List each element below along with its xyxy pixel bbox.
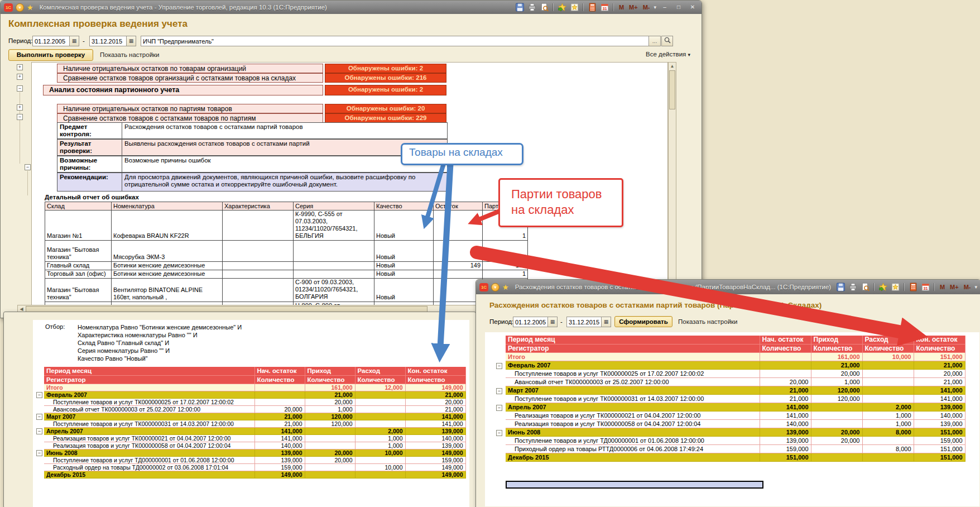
- system-menu-button[interactable]: ▾: [491, 283, 499, 291]
- vertical-scrollbar[interactable]: ▲ ▼: [668, 62, 676, 305]
- print-preview-icon[interactable]: [861, 283, 870, 291]
- quantity-cell[interactable]: 21,000: [914, 361, 965, 369]
- column-header[interactable]: Регистратор: [44, 375, 254, 384]
- report-row-doc[interactable]: Поступление товаров и услуг ТК000000031 …: [44, 420, 465, 427]
- report-row-group[interactable]: Июнь 2008139,00020,0008,000151,000: [506, 428, 965, 436]
- period-to-input[interactable]: 31.12.2015 ▦: [89, 36, 136, 46]
- quantity-cell[interactable]: 140,000: [914, 411, 965, 419]
- row-label[interactable]: Реализация товаров и услуг ТК000000058 о…: [506, 419, 760, 428]
- quantity-cell[interactable]: [355, 413, 405, 420]
- quantity-cell[interactable]: 159,000: [760, 444, 811, 453]
- quantity-cell[interactable]: 151,000: [914, 444, 965, 453]
- quantity-cell[interactable]: 149,000: [405, 384, 465, 391]
- quantity-cell[interactable]: [305, 427, 355, 434]
- error-row[interactable]: Главный складБотинки женские демисезонны…: [45, 262, 528, 270]
- column-header[interactable]: Количество: [305, 375, 355, 384]
- error-cell[interactable]: К-9990, С-555 от 07.03.2003, 11234/11020…: [294, 211, 374, 241]
- quantity-cell[interactable]: 10,000: [862, 352, 914, 361]
- quantity-cell[interactable]: 141,000: [405, 420, 465, 427]
- row-label[interactable]: Поступление товаров и услуг ТК000000025 …: [44, 398, 254, 405]
- report-row-group[interactable]: Март 200721,000120,000141,000: [44, 413, 465, 420]
- show-settings-link[interactable]: Показать настройки: [678, 318, 738, 325]
- error-cell[interactable]: Ботинки женские демисезонные: [112, 262, 223, 270]
- print-icon[interactable]: [848, 283, 858, 291]
- report-row-doc[interactable]: Поступление товаров и услуг ТК000000031 …: [506, 394, 965, 403]
- row-label[interactable]: Февраль 2007: [44, 391, 254, 398]
- quantity-cell[interactable]: 120,000: [811, 386, 862, 394]
- memory-add-button[interactable]: M+: [628, 4, 639, 11]
- chevron-down-icon[interactable]: ▾: [974, 284, 977, 290]
- collapse-toggle[interactable]: [36, 392, 42, 398]
- row-label[interactable]: Расходный ордер на товары ТД00000002 от …: [44, 463, 254, 471]
- quantity-cell[interactable]: 161,000: [811, 352, 862, 361]
- report-row-doc[interactable]: Авансовый отчет ТК000000003 от 25.02.200…: [506, 377, 965, 386]
- row-label[interactable]: Реализация товаров и услуг ТК000000058 о…: [44, 442, 254, 449]
- column-header[interactable]: Нач. остаток: [760, 336, 811, 344]
- quantity-cell[interactable]: 159,000: [254, 463, 305, 471]
- report-row-doc[interactable]: Расходный ордер на товары ТД00000002 от …: [44, 463, 465, 471]
- column-header[interactable]: Приход: [305, 367, 355, 375]
- expand-toggle[interactable]: [17, 64, 23, 70]
- quantity-cell[interactable]: 151,000: [914, 428, 965, 436]
- collapse-toggle[interactable]: [36, 428, 42, 434]
- org-select-button[interactable]: ...: [648, 36, 660, 46]
- row-label[interactable]: Авансовый отчет ТК000000003 от 25.02.200…: [506, 377, 760, 386]
- error-cell[interactable]: Торговый зал (офис): [45, 270, 112, 279]
- calendar-picker-icon[interactable]: ▦: [126, 36, 136, 46]
- quantity-cell[interactable]: 151,000: [914, 352, 965, 361]
- quantity-cell[interactable]: [760, 369, 811, 377]
- column-header[interactable]: Кон. остаток: [914, 336, 965, 344]
- error-cell[interactable]: [294, 270, 374, 279]
- quantity-cell[interactable]: [862, 394, 914, 403]
- quantity-cell[interactable]: [811, 444, 862, 453]
- quantity-cell[interactable]: 151,000: [760, 453, 811, 461]
- quantity-cell[interactable]: [305, 442, 355, 449]
- expand-toggle[interactable]: [17, 104, 23, 111]
- print-preview-icon[interactable]: [540, 3, 549, 12]
- quantity-cell[interactable]: 139,000: [254, 456, 305, 463]
- period-from-input[interactable]: 01.12.2005 ▦: [32, 36, 79, 46]
- report-row-group[interactable]: Апрель 2007141,0002,000139,000: [506, 403, 965, 411]
- column-header[interactable]: Расход: [355, 367, 405, 375]
- error-cell[interactable]: Новый: [374, 270, 434, 279]
- error-cell[interactable]: [223, 262, 294, 270]
- quantity-cell[interactable]: 140,000: [254, 442, 305, 449]
- column-header[interactable]: Серия: [294, 202, 374, 211]
- quantity-cell[interactable]: 20,000: [811, 428, 862, 436]
- quantity-cell[interactable]: 139,000: [760, 428, 811, 436]
- collapse-toggle[interactable]: [17, 85, 23, 92]
- row-label[interactable]: Апрель 2007: [44, 427, 254, 434]
- quantity-cell[interactable]: 140,000: [760, 419, 811, 428]
- quantity-cell[interactable]: 21,000: [760, 386, 811, 394]
- quantity-cell[interactable]: 2,000: [355, 427, 405, 434]
- memory-subtract-button[interactable]: M-: [642, 4, 651, 11]
- report-row-group[interactable]: Март 200721,000120,000141,000: [506, 386, 965, 394]
- report-row-group[interactable]: Июнь 2008139,00020,00010,000149,000: [44, 449, 465, 456]
- quantity-cell[interactable]: 1,000: [305, 405, 355, 413]
- check-row[interactable]: Наличие отрицательных остатков по товара…: [43, 64, 446, 73]
- quantity-cell[interactable]: 10,000: [355, 449, 405, 456]
- print-icon[interactable]: [527, 3, 537, 12]
- column-header[interactable]: Приход: [811, 336, 862, 344]
- column-header[interactable]: Характеристика: [223, 202, 294, 211]
- quantity-cell[interactable]: [760, 352, 811, 361]
- error-cell[interactable]: Мясорубка ЭКМ-3: [112, 241, 223, 262]
- quantity-cell[interactable]: 20,000: [305, 449, 355, 456]
- row-label[interactable]: Реализация товаров и услуг ТК000000021 о…: [44, 434, 254, 442]
- quantity-cell[interactable]: [862, 436, 914, 444]
- error-cell[interactable]: 5: [483, 241, 528, 262]
- row-label[interactable]: Поступление товаров и услуг ТД000000001 …: [44, 456, 254, 463]
- quantity-cell[interactable]: 12,000: [355, 384, 405, 391]
- quantity-cell[interactable]: 139,000: [254, 449, 305, 456]
- row-label[interactable]: Поступление товаров и услуг ТК000000031 …: [44, 420, 254, 427]
- quantity-cell[interactable]: 159,000: [405, 456, 465, 463]
- organization-input[interactable]: ИЧП "Предприниматель" ...: [141, 36, 661, 46]
- report-row-doc[interactable]: Поступление товаров и услуг ТД000000001 …: [506, 436, 965, 444]
- error-cell[interactable]: [294, 241, 374, 262]
- quantity-cell[interactable]: 20,000: [405, 398, 465, 405]
- quantity-cell[interactable]: 139,000: [760, 436, 811, 444]
- error-cell[interactable]: Новый: [374, 241, 434, 262]
- memory-add-button[interactable]: M+: [949, 284, 960, 290]
- quantity-cell[interactable]: [811, 453, 862, 461]
- report-row-doc[interactable]: Поступление товаров и услуг ТК000000025 …: [506, 369, 965, 377]
